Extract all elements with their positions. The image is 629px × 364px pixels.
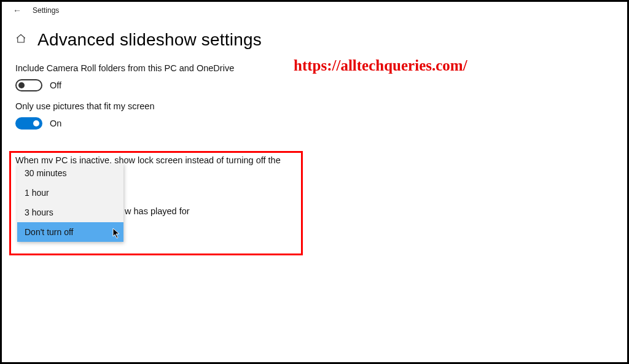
fit-screen-toggle[interactable] — [15, 117, 42, 130]
window-title: Settings — [33, 6, 59, 15]
camera-roll-toggle[interactable] — [15, 79, 42, 91]
page-title: Advanced slideshow settings — [37, 30, 262, 50]
home-icon[interactable] — [15, 33, 26, 47]
toggle-state-text: Off — [50, 80, 61, 90]
toggle-state-text: On — [50, 118, 61, 128]
top-bar: ← Settings — [2, 2, 627, 19]
setting-fit-screen: Only use pictures that fit my screen On — [2, 100, 627, 138]
watermark-url: https://alltechqueries.com/ — [294, 57, 467, 74]
setting-playedfor-fragment: w has played for — [125, 206, 190, 216]
duration-dropdown[interactable]: 30 minutes 1 hour 3 hours Don't turn off — [17, 163, 123, 242]
dropdown-option-3hours[interactable]: 3 hours — [17, 203, 123, 222]
back-button[interactable]: ← — [13, 6, 21, 15]
setting-label: Only use pictures that fit my screen — [15, 101, 614, 111]
dropdown-option-30min[interactable]: 30 minutes — [17, 163, 123, 183]
dropdown-option-1hour[interactable]: 1 hour — [17, 183, 123, 203]
dropdown-option-dont-turn-off[interactable]: Don't turn off — [17, 222, 123, 242]
page-header: Advanced slideshow settings — [2, 19, 627, 62]
